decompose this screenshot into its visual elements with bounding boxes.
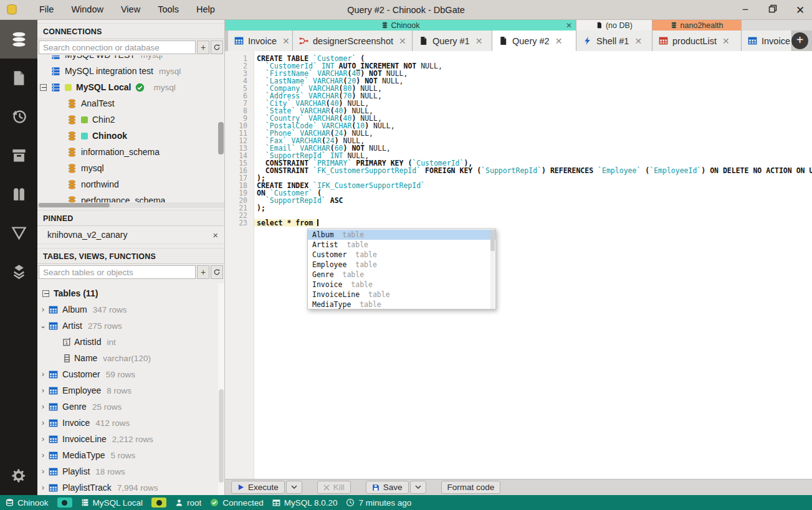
menu-tools[interactable]: Tools [149,0,188,19]
table-item[interactable]: ›Invoice412 rows [37,415,224,431]
close-group-icon[interactable]: ✕ [566,21,572,30]
chevron-right-icon[interactable]: › [37,402,49,411]
format-code-button[interactable]: Format code [441,481,501,494]
minimize-button[interactable]: − [738,4,752,16]
menu-view[interactable]: View [112,0,149,19]
chevron-right-icon[interactable]: › [37,483,49,492]
add-connection-button[interactable]: + [197,40,209,54]
code-line[interactable]: 16 CONSTRAINT `FK_CustomerSupportRepId` … [225,167,812,174]
statusbar-server[interactable]: MySQL Local [81,498,143,508]
database-item[interactable]: performance_schema [37,192,224,202]
autocomplete-item[interactable]: Employee table [308,260,495,270]
rail-plugins-button[interactable] [0,174,37,213]
tab-invoice[interactable]: Invoice✕ [228,31,293,51]
autocomplete-item[interactable]: Album table [308,230,495,240]
menu-help[interactable]: Help [188,0,224,19]
execute-dropdown-button[interactable] [286,481,302,494]
code-line[interactable]: 20 `SupportRepId` ASC [225,197,812,204]
unpin-close-icon[interactable]: × [213,230,218,240]
autocomplete-item[interactable]: InvoiceLine table [308,290,495,300]
autocomplete-item[interactable]: Customer table [308,250,495,260]
autocomplete-item[interactable]: MediaType table [308,300,495,309]
autocomplete-item[interactable]: Artist table [308,240,495,250]
table-item[interactable]: ›MediaType5 rows [37,447,224,463]
chevron-right-icon[interactable]: › [37,305,49,314]
connection-item[interactable]: MySQL WD TESTmysql [37,55,224,63]
database-item[interactable]: Chin2 [37,111,224,128]
table-item[interactable]: ›InvoiceLine2,212 rows [37,431,224,447]
close-button[interactable]: ✕ [793,4,807,17]
table-item[interactable]: ⌄Artist275 rows [37,318,224,334]
refresh-objects-button[interactable] [211,265,223,279]
chevron-down-icon[interactable]: ⌄ [37,321,49,330]
chevron-right-icon[interactable]: › [37,370,49,379]
save-dropdown-button[interactable] [410,481,426,494]
add-object-button[interactable]: + [197,265,209,279]
column-item[interactable]: 1ArtistIdint [37,334,224,350]
new-tab-button[interactable]: + [791,32,808,49]
close-tab-icon[interactable]: ✕ [282,36,290,46]
rail-files-button[interactable] [0,59,37,97]
database-item[interactable]: information_schema [37,144,224,160]
save-button[interactable]: Save [366,481,409,494]
refresh-connections-button[interactable] [211,40,223,54]
autocomplete-scrollbar[interactable] [490,230,495,309]
connections-hscrollbar[interactable] [37,202,224,208]
code-line[interactable]: 23select * from [225,219,812,227]
objects-search-input[interactable] [39,265,196,279]
table-item[interactable]: ›Genre25 rows [37,399,224,415]
column-item[interactable]: Namevarchar(120) [37,350,224,366]
close-tab-icon[interactable]: ✕ [722,36,730,46]
chevron-right-icon[interactable]: › [37,435,49,443]
collapse-icon[interactable] [42,290,49,297]
table-item[interactable]: ›Customer59 rows [37,366,224,382]
tab-query-2[interactable]: Query #2✕ [492,31,576,51]
tab-designerscreenshot[interactable]: designerScreenshot✕ [293,31,413,51]
execute-button[interactable]: Execute [231,481,285,494]
chevron-right-icon[interactable]: › [37,451,49,460]
close-tab-icon[interactable]: ✕ [399,36,406,46]
database-item[interactable]: Chinook [37,128,224,144]
chevron-right-icon[interactable]: › [37,386,49,395]
rail-archive-button[interactable] [0,136,37,174]
statusbar-database[interactable]: Chinook [6,498,49,508]
tab-query-1[interactable]: Query #1✕ [413,31,492,51]
autocomplete-item[interactable]: Genre table [308,270,495,280]
menu-file[interactable]: File [31,0,62,19]
connections-search-input[interactable] [39,40,196,54]
settings-button[interactable] [0,460,37,491]
chevron-right-icon[interactable]: › [37,467,49,476]
rail-single-database-button[interactable] [0,213,37,252]
autocomplete-item[interactable]: Invoice table [308,280,495,290]
tab-group-chinook[interactable]: Chinook✕ [225,20,576,31]
pinned-item[interactable]: knihovna_v2_canary × [37,226,224,244]
database-item[interactable]: mysql [37,160,224,176]
tables-group-row[interactable]: Tables (11) [37,285,224,301]
table-item[interactable]: ›Playlist18 rows [37,463,224,479]
tab-productlist[interactable]: productList✕ [652,31,742,51]
close-tab-icon[interactable]: ✕ [634,36,642,46]
database-item[interactable]: northwind [37,176,224,192]
table-item[interactable]: ›Employee8 rows [37,382,224,399]
rail-history-button[interactable] [0,97,37,136]
kill-button[interactable]: Kill [317,481,351,494]
collapse-icon[interactable] [40,84,47,91]
rail-app-layers-button[interactable] [0,252,37,290]
tab-shell-1[interactable]: Shell #1✕ [576,31,652,51]
connection-item[interactable]: MySQL Localmysql [37,79,224,95]
connection-item[interactable]: MySQL integration testmysql [37,63,224,79]
tab-group--no-db-[interactable]: (no DB) [576,20,652,31]
table-item[interactable]: ›Album347 rows [37,301,224,318]
connections-vscrollbar[interactable] [218,122,224,154]
menu-window[interactable]: Window [62,0,112,19]
tab-group-nano2health[interactable]: nano2health [652,20,742,31]
chevron-right-icon[interactable]: › [37,418,49,427]
close-tab-icon[interactable]: ✕ [475,36,483,46]
tab-invoice[interactable]: Invoice [742,31,792,51]
restore-button[interactable] [766,4,780,16]
table-item[interactable]: ›PlaylistTrack7,994 rows [37,479,224,495]
rail-connections-button[interactable] [0,20,37,59]
close-tab-icon[interactable]: ✕ [555,36,563,46]
database-item[interactable]: AnalTest [37,95,224,111]
code-line[interactable]: 21); [225,204,812,212]
